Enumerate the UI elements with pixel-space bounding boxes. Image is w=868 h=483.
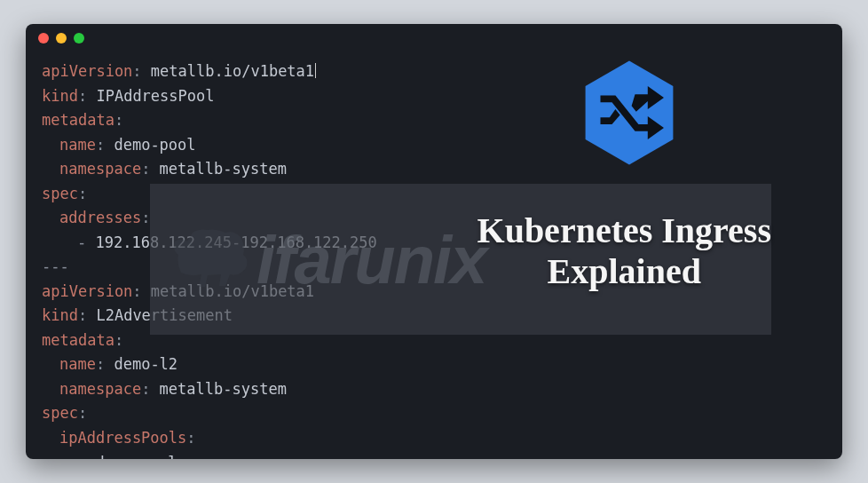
yaml-value: metallb-system (160, 160, 287, 178)
watermark-text: ifarunix (256, 221, 486, 298)
yaml-line: ipAddressPools: (42, 426, 826, 451)
cursor-icon (315, 63, 316, 78)
yaml-key: metadata (42, 111, 114, 129)
yaml-value: demo-l2 (114, 355, 178, 373)
rhino-icon (168, 219, 256, 299)
yaml-key: namespace (59, 160, 141, 178)
yaml-key: ipAddressPools (59, 429, 186, 447)
yaml-line: namespace: metallb-system (42, 377, 826, 402)
yaml-key: apiVersion (42, 282, 132, 300)
terminal-window: apiVersion: metallb.io/v1beta1 kind: IPA… (26, 24, 842, 459)
yaml-line: namespace: metallb-system (42, 157, 826, 182)
yaml-key: name (59, 136, 96, 154)
yaml-key: name (59, 355, 96, 373)
title-overlay: Kubernetes Ingress Explained (477, 210, 771, 292)
maximize-icon[interactable] (74, 33, 84, 44)
shuffle-icon (572, 55, 687, 170)
yaml-key: spec (42, 185, 78, 202)
yaml-line: - demo-pool (42, 451, 826, 460)
yaml-line: name: demo-pool (42, 133, 826, 158)
yaml-value: metallb.io/v1beta1 (151, 62, 314, 80)
yaml-key: apiVersion (42, 62, 132, 80)
title-line-2: Explained (477, 251, 771, 292)
yaml-key: metadata (42, 331, 114, 349)
yaml-line: name: demo-l2 (42, 352, 826, 377)
yaml-line: metadata: (42, 108, 826, 133)
yaml-line: spec: (42, 401, 826, 426)
yaml-value: demo-pool (95, 454, 177, 460)
title-line-1: Kubernetes Ingress (477, 210, 771, 251)
yaml-key: namespace (59, 380, 141, 398)
close-icon[interactable] (38, 33, 49, 44)
yaml-key: kind (42, 306, 78, 324)
yaml-key: addresses (59, 209, 141, 226)
yaml-key: kind (42, 87, 78, 105)
yaml-line: apiVersion: metallb.io/v1beta1 (42, 59, 826, 84)
titlebar (26, 24, 842, 52)
yaml-key: spec (42, 404, 78, 422)
yaml-line: kind: IPAddressPool (42, 84, 826, 109)
yaml-value: demo-pool (114, 136, 195, 154)
minimize-icon[interactable] (56, 33, 67, 44)
yaml-value: IPAddressPool (96, 87, 214, 105)
yaml-value: metallb-system (160, 380, 287, 398)
